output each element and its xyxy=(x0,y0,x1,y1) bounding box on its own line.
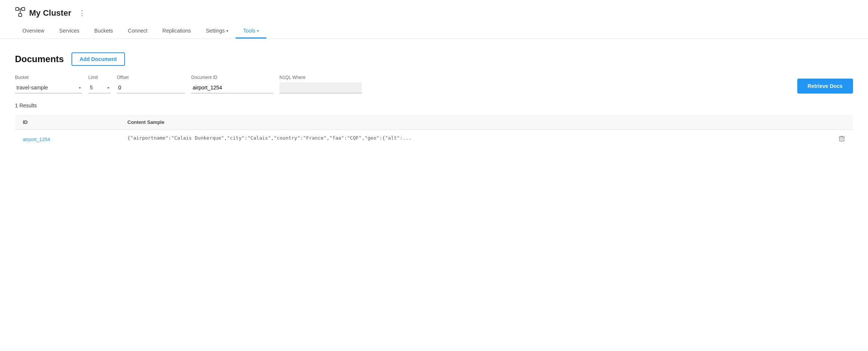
document-id-input[interactable] xyxy=(191,82,273,94)
limit-field-group: Limit 5 ▾ xyxy=(88,75,111,94)
tab-connect[interactable]: Connect xyxy=(120,24,155,39)
n1ql-where-input[interactable] xyxy=(279,82,362,94)
results-section: 1 Results ID Content Sample airport_1254… xyxy=(0,103,868,149)
row-id-cell: airport_1254 xyxy=(15,130,120,149)
table-header-row: ID Content Sample xyxy=(15,115,853,130)
svg-rect-1 xyxy=(22,7,25,10)
tab-overview[interactable]: Overview xyxy=(15,24,52,39)
delete-icon[interactable] xyxy=(838,135,845,143)
document-content: {"airportname":"Calais Dunkerque","city"… xyxy=(128,135,412,141)
tab-tools[interactable]: Tools ▾ xyxy=(236,24,266,39)
add-document-button[interactable]: Add Document xyxy=(71,52,125,66)
svg-rect-5 xyxy=(840,137,844,141)
offset-input[interactable] xyxy=(117,82,185,94)
bucket-select[interactable]: travel-sample ▾ xyxy=(15,82,82,94)
page-header-row: Documents Add Document xyxy=(0,39,868,75)
retrieve-docs-button[interactable]: Retrieve Docs xyxy=(797,79,853,94)
column-content: Content Sample xyxy=(120,115,853,130)
offset-label: Offset xyxy=(117,75,185,80)
n1ql-where-field-group: N1QL Where xyxy=(279,75,362,94)
svg-rect-0 xyxy=(16,7,19,10)
tab-buckets[interactable]: Buckets xyxy=(87,24,120,39)
bucket-label: Bucket xyxy=(15,75,82,80)
page-title: Documents xyxy=(15,54,64,64)
row-content-cell: {"airportname":"Calais Dunkerque","city"… xyxy=(120,130,853,149)
results-table: ID Content Sample airport_1254 {"airport… xyxy=(15,115,853,149)
settings-chevron-icon: ▾ xyxy=(226,29,228,33)
bucket-chevron-icon: ▾ xyxy=(79,86,81,90)
tab-services[interactable]: Services xyxy=(52,24,87,39)
more-menu-icon[interactable]: ⋮ xyxy=(79,9,85,17)
column-id: ID xyxy=(15,115,120,130)
document-link[interactable]: airport_1254 xyxy=(23,137,50,142)
tab-replications[interactable]: Replications xyxy=(155,24,198,39)
limit-chevron-icon: ▾ xyxy=(107,86,109,90)
bucket-field-group: Bucket travel-sample ▾ xyxy=(15,75,82,94)
document-id-label: Document ID xyxy=(191,75,273,80)
results-count: 1 Results xyxy=(15,103,853,109)
limit-value: 5 xyxy=(90,85,104,91)
cluster-icon xyxy=(15,7,25,19)
table-body: airport_1254 {"airportname":"Calais Dunk… xyxy=(15,130,853,149)
offset-field-group: Offset xyxy=(117,75,185,94)
filter-row: Bucket travel-sample ▾ Limit 5 ▾ Offset … xyxy=(0,75,868,103)
nav-tabs: Overview Services Buckets Connect Replic… xyxy=(15,24,853,39)
cluster-name-text: My Cluster xyxy=(29,8,71,18)
tab-settings[interactable]: Settings ▾ xyxy=(198,24,236,39)
tools-chevron-icon: ▾ xyxy=(257,29,259,33)
cluster-title: My Cluster ⋮ xyxy=(15,7,85,19)
n1ql-where-label: N1QL Where xyxy=(279,75,362,80)
limit-select[interactable]: 5 ▾ xyxy=(88,82,111,94)
header-top: My Cluster ⋮ xyxy=(0,0,868,19)
bucket-value: travel-sample xyxy=(16,85,76,91)
table-row: airport_1254 {"airportname":"Calais Dunk… xyxy=(15,130,853,149)
svg-rect-2 xyxy=(19,13,22,16)
document-id-field-group: Document ID xyxy=(191,75,273,94)
limit-label: Limit xyxy=(88,75,111,80)
nav-header: Overview Services Buckets Connect Replic… xyxy=(0,24,868,39)
table-header: ID Content Sample xyxy=(15,115,853,130)
